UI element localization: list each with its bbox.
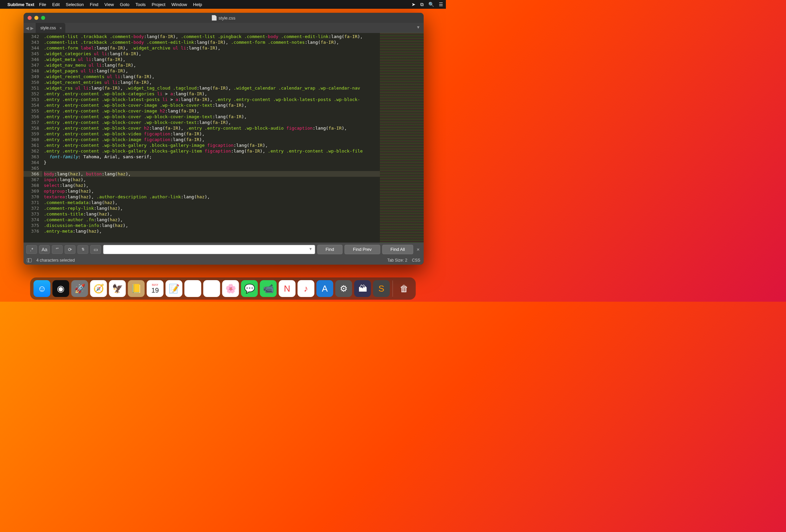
dock-trash-icon[interactable]: 🗑 bbox=[396, 280, 413, 297]
spotlight-icon[interactable]: 🔍 bbox=[429, 2, 434, 7]
dock-news-icon[interactable]: N bbox=[279, 280, 296, 297]
dock-mail-icon[interactable]: 🦅 bbox=[109, 280, 126, 297]
window-title: style.css bbox=[218, 16, 235, 21]
tab-label: style.css bbox=[40, 26, 56, 30]
find-all-button[interactable]: Find All bbox=[382, 245, 414, 254]
menu-goto[interactable]: Goto bbox=[120, 2, 129, 7]
dock-photos-icon[interactable]: 🌸 bbox=[222, 280, 239, 297]
window-titlebar[interactable]: style.css bbox=[24, 13, 424, 23]
find-highlight-button[interactable]: ▭ bbox=[90, 245, 101, 254]
dock-preferences-icon[interactable]: ⚙ bbox=[336, 280, 352, 297]
calendar-month: MAY bbox=[152, 283, 158, 286]
dock-music-icon[interactable]: ♪ bbox=[298, 280, 315, 297]
dock-notes-icon[interactable]: 📝 bbox=[166, 280, 183, 297]
menu-find[interactable]: Find bbox=[90, 2, 98, 7]
code-content[interactable]: .comment-list .trackback .comment-body:l… bbox=[42, 33, 380, 242]
sidebar-toggle-icon[interactable] bbox=[27, 258, 32, 262]
find-selection-button[interactable]: ⇅ bbox=[77, 245, 88, 254]
status-syntax[interactable]: CSS bbox=[412, 258, 420, 263]
find-regex-button[interactable]: .* bbox=[26, 245, 37, 254]
line-number-gutter: 3423433443453463473483493503513523533543… bbox=[24, 33, 42, 242]
find-button[interactable]: Find bbox=[317, 245, 343, 254]
dock-reminders-icon[interactable]: ☑ bbox=[185, 280, 201, 297]
dock-appstore-icon[interactable]: A bbox=[317, 280, 333, 297]
minimap[interactable] bbox=[380, 33, 424, 242]
find-wrap-button[interactable]: ⟳ bbox=[65, 245, 75, 254]
screen-mirror-icon[interactable]: ⧉ bbox=[420, 2, 424, 7]
dock-launchpad-icon[interactable]: 🚀 bbox=[71, 280, 88, 297]
status-bar: 4 characters selected Tab Size: 2 CSS bbox=[24, 256, 424, 265]
find-case-button[interactable]: Aa bbox=[39, 245, 50, 254]
window-minimize-button[interactable] bbox=[34, 16, 39, 20]
menu-view[interactable]: View bbox=[105, 2, 114, 7]
tab-close-icon[interactable]: × bbox=[59, 26, 62, 31]
calendar-day: 19 bbox=[151, 286, 159, 294]
dock-safari-icon[interactable]: 🧭 bbox=[90, 280, 107, 297]
find-prev-button[interactable]: Find Prev bbox=[345, 245, 380, 254]
window-close-button[interactable] bbox=[28, 16, 32, 20]
window-zoom-button[interactable] bbox=[41, 16, 45, 20]
nav-forward-icon[interactable]: ▶ bbox=[30, 26, 34, 31]
cursor-icon[interactable]: ➤ bbox=[412, 2, 416, 7]
app-name[interactable]: Sublime Text bbox=[7, 2, 34, 7]
dock-maps-icon[interactable]: 🗺 bbox=[203, 280, 220, 297]
menu-help[interactable]: Help bbox=[193, 2, 202, 7]
dock-separator bbox=[393, 280, 393, 297]
dock-calendar-icon[interactable]: MAY 19 bbox=[147, 280, 164, 297]
macos-dock: ☺ ◉ 🚀 🧭 🦅 📒 MAY 19 📝 ☑ 🗺 🌸 💬 📹 N ♪ A ⚙ 🏔… bbox=[30, 277, 416, 300]
tab-overflow-icon[interactable]: ▼ bbox=[416, 25, 420, 30]
dock-messages-icon[interactable]: 💬 bbox=[241, 280, 258, 297]
editor-area[interactable]: 3423433443453463473483493503513523533543… bbox=[24, 33, 424, 242]
dock-finder-icon[interactable]: ☺ bbox=[34, 280, 50, 297]
menu-file[interactable]: File bbox=[39, 2, 46, 7]
find-input[interactable] bbox=[103, 245, 315, 254]
sublime-window: style.css ◀ ▶ style.css × ▼ 342343344345… bbox=[24, 13, 424, 265]
menu-project[interactable]: Project bbox=[152, 2, 165, 7]
nav-back-icon[interactable]: ◀ bbox=[26, 26, 29, 31]
dock-wallpaper-icon[interactable]: 🏔 bbox=[354, 280, 371, 297]
macos-menubar: Sublime Text File Edit Selection Find Vi… bbox=[0, 0, 446, 9]
status-tabsize[interactable]: Tab Size: 2 bbox=[387, 258, 407, 263]
find-panel: .* Aa “” ⟳ ⇅ ▭ ▼ Find Find Prev Find All… bbox=[24, 242, 424, 256]
status-selection: 4 characters selected bbox=[37, 258, 75, 263]
find-word-button[interactable]: “” bbox=[52, 245, 63, 254]
tab-style-css[interactable]: style.css × bbox=[36, 23, 65, 33]
menu-edit[interactable]: Edit bbox=[52, 2, 60, 7]
dock-siri-icon[interactable]: ◉ bbox=[52, 280, 69, 297]
menu-selection[interactable]: Selection bbox=[66, 2, 84, 7]
dock-sublime-icon[interactable]: S bbox=[373, 280, 390, 297]
find-close-icon[interactable]: × bbox=[415, 247, 421, 252]
tab-bar: ◀ ▶ style.css × ▼ bbox=[24, 23, 424, 33]
file-icon bbox=[212, 15, 216, 21]
control-center-icon[interactable]: ☰ bbox=[439, 2, 443, 7]
dock-contacts-icon[interactable]: 📒 bbox=[128, 280, 145, 297]
menu-tools[interactable]: Tools bbox=[135, 2, 145, 7]
dock-facetime-icon[interactable]: 📹 bbox=[260, 280, 277, 297]
menu-window[interactable]: Window bbox=[171, 2, 187, 7]
find-history-icon[interactable]: ▼ bbox=[309, 247, 313, 251]
